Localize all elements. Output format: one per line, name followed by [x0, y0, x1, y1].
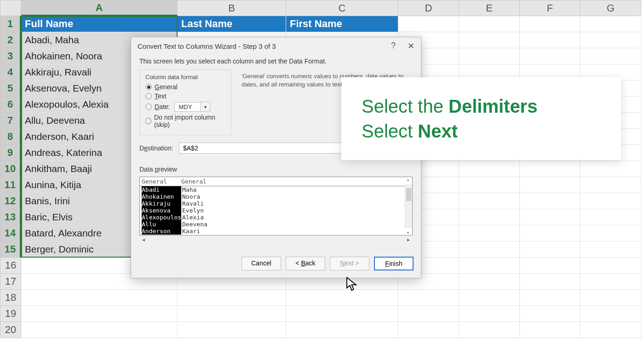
cell-B18[interactable]: [178, 290, 286, 306]
row-header-3[interactable]: 3: [0, 48, 21, 64]
cell-G15[interactable]: [581, 241, 641, 258]
cell-G12[interactable]: [581, 193, 641, 209]
cell-E1[interactable]: [459, 16, 520, 32]
row-header-4[interactable]: 4: [0, 64, 21, 80]
cell-D18[interactable]: [398, 290, 459, 306]
back-button[interactable]: < Back: [286, 257, 325, 270]
cell-F13[interactable]: [520, 209, 581, 225]
row-header-19[interactable]: 19: [0, 306, 21, 322]
close-icon[interactable]: ✕: [408, 41, 414, 51]
cancel-button[interactable]: Cancel: [242, 257, 281, 270]
radio-text[interactable]: Text: [145, 92, 225, 100]
cell-F1[interactable]: [520, 16, 581, 32]
row-header-15[interactable]: 15: [0, 241, 21, 258]
column-header-G[interactable]: G: [581, 0, 641, 16]
cell-F2[interactable]: [520, 32, 581, 48]
cell-G2[interactable]: [581, 32, 641, 48]
cell-E12[interactable]: [459, 193, 520, 209]
cell-A1[interactable]: Full Name: [21, 16, 178, 32]
cell-D19[interactable]: [398, 306, 459, 322]
row-header-11[interactable]: 11: [0, 177, 21, 193]
cell-F20[interactable]: [520, 322, 581, 338]
cell-A20[interactable]: [21, 322, 178, 338]
cell-F16[interactable]: [520, 258, 581, 274]
column-header-D[interactable]: D: [398, 0, 459, 16]
cell-B19[interactable]: [178, 306, 286, 322]
column-header-C[interactable]: C: [286, 0, 398, 16]
cell-C1[interactable]: First Name: [286, 16, 398, 32]
cell-B1[interactable]: Last Name: [178, 16, 286, 32]
row-header-6[interactable]: 6: [0, 97, 21, 113]
cell-E3[interactable]: [459, 48, 520, 64]
next-button[interactable]: Next >: [330, 257, 369, 270]
cell-D20[interactable]: [398, 322, 459, 338]
row-header-13[interactable]: 13: [0, 209, 21, 225]
cell-E10[interactable]: [459, 161, 520, 177]
cell-F15[interactable]: [520, 241, 581, 258]
cell-G17[interactable]: [581, 274, 641, 290]
cell-C20[interactable]: [286, 322, 398, 338]
cell-F18[interactable]: [520, 290, 581, 306]
cell-E2[interactable]: [459, 32, 520, 48]
column-header-E[interactable]: E: [459, 0, 520, 16]
column-header-B[interactable]: B: [178, 0, 286, 16]
column-header-A[interactable]: A: [21, 0, 178, 16]
cell-F3[interactable]: [520, 48, 581, 64]
cell-G3[interactable]: [581, 48, 641, 64]
row-header-16[interactable]: 16: [0, 258, 21, 274]
radio-general[interactable]: General: [145, 83, 225, 91]
row-header-2[interactable]: 2: [0, 32, 21, 48]
cell-F12[interactable]: [520, 193, 581, 209]
cell-F10[interactable]: [520, 161, 581, 177]
row-header-20[interactable]: 20: [0, 322, 21, 338]
row-header-9[interactable]: 9: [0, 145, 21, 161]
help-icon[interactable]: ?: [391, 41, 396, 51]
cell-F11[interactable]: [520, 177, 581, 193]
cell-E17[interactable]: [459, 274, 520, 290]
cell-E18[interactable]: [459, 290, 520, 306]
radio-skip[interactable]: Do not import column (skip): [145, 114, 225, 128]
cell-G14[interactable]: [581, 225, 641, 241]
cell-B20[interactable]: [178, 322, 286, 338]
chevron-down-icon[interactable]: ▾: [201, 102, 210, 112]
cell-E19[interactable]: [459, 306, 520, 322]
cell-G11[interactable]: [581, 177, 641, 193]
row-header-12[interactable]: 12: [0, 193, 21, 209]
row-header-18[interactable]: 18: [0, 290, 21, 306]
select-all-corner[interactable]: [0, 0, 21, 16]
date-format-combo[interactable]: MDY ▾: [174, 102, 210, 112]
cell-F14[interactable]: [520, 225, 581, 241]
radio-date[interactable]: Date: MDY ▾: [145, 102, 225, 112]
row-header-1[interactable]: 1: [0, 16, 21, 32]
cell-E11[interactable]: [459, 177, 520, 193]
preview-horizontal-scrollbar[interactable]: ◂▸: [139, 236, 413, 244]
cell-G13[interactable]: [581, 209, 641, 225]
cell-G10[interactable]: [581, 161, 641, 177]
row-header-14[interactable]: 14: [0, 225, 21, 241]
cell-E15[interactable]: [459, 241, 520, 258]
row-header-7[interactable]: 7: [0, 113, 21, 129]
cell-F17[interactable]: [520, 274, 581, 290]
cell-G20[interactable]: [581, 322, 641, 338]
cell-E14[interactable]: [459, 225, 520, 241]
cell-A18[interactable]: [21, 290, 178, 306]
row-header-17[interactable]: 17: [0, 274, 21, 290]
row-header-5[interactable]: 5: [0, 80, 21, 97]
column-header-F[interactable]: F: [520, 0, 581, 16]
cell-E20[interactable]: [459, 322, 520, 338]
cell-C19[interactable]: [286, 306, 398, 322]
cell-G19[interactable]: [581, 306, 641, 322]
cell-C18[interactable]: [286, 290, 398, 306]
finish-button[interactable]: Finish: [374, 257, 414, 270]
cell-E16[interactable]: [459, 258, 520, 274]
cell-D1[interactable]: [398, 16, 459, 32]
preview-vertical-scrollbar[interactable]: [405, 184, 412, 228]
cell-A19[interactable]: [21, 306, 178, 322]
cell-G16[interactable]: [581, 258, 641, 274]
row-header-10[interactable]: 10: [0, 161, 21, 177]
cell-F19[interactable]: [520, 306, 581, 322]
row-header-8[interactable]: 8: [0, 129, 21, 145]
cell-G18[interactable]: [581, 290, 641, 306]
cell-G1[interactable]: [581, 16, 641, 32]
cell-E13[interactable]: [459, 209, 520, 225]
